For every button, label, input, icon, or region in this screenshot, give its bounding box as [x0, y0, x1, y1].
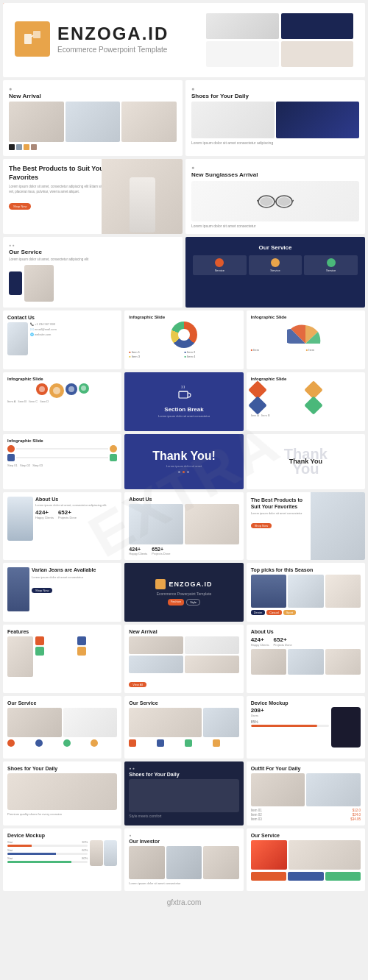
device-2-bars: Stat30% Stat60%: [7, 840, 88, 866]
service-final-img-2: [289, 840, 361, 870]
sf-icon-1: [251, 872, 286, 881]
best-products-2-desc: Lorem ipsum dolor sit amet consectetur: [251, 511, 311, 515]
jeans-text: Varian Jeans are Available Lorem ipsum d…: [32, 567, 117, 617]
shoes-outfit-row: Shoes for Your Daily Premium quality sho…: [3, 761, 365, 825]
about-us-2-title: About Us: [129, 497, 238, 502]
svc-icon-3: [63, 739, 71, 747]
arrival-img-4: [185, 656, 239, 673]
section-break-slide: Section Break Lorem ipsum dolor sit amet…: [124, 372, 243, 431]
our-service-white: ● ● Our Service Lorem ipsum dolor sit am…: [3, 237, 183, 308]
logo-icon: [15, 21, 50, 57]
device-mockup-content: 208+ Users 85%: [251, 707, 361, 748]
bar-3-track: [7, 861, 88, 863]
tag-2: Style: [186, 599, 200, 606]
pick-3: [325, 575, 361, 608]
about-stat-2-val: 652+: [152, 547, 170, 552]
infographic-1-title: Infographic Slide: [129, 315, 238, 319]
svg-rect-0: [24, 34, 32, 44]
stat-2-value: 652+: [58, 509, 77, 516]
device-progress-fill: [251, 725, 317, 727]
infographic-diamonds-title: Infographic Slide: [251, 377, 361, 381]
step-1: [7, 445, 117, 452]
shoes-dark-title: Shoes for Your Daily: [129, 772, 238, 777]
phone-mockup-area: [9, 265, 177, 302]
about-stat-1-val: 424+: [129, 547, 147, 552]
logo-row: ENZOGA.ID Ecommerce Powerpoint Template: [15, 21, 169, 57]
top-picks-slide: Top picks for this Season Denim Casual S…: [247, 563, 365, 622]
about-person-img: [7, 497, 33, 541]
varian-jeans-title: Varian Jeans are Available: [32, 567, 117, 573]
final-row: Device Mockup Stat30% Stat60%: [3, 828, 365, 891]
shoes-desc: Lorem ipsum dolor sit amet consectetur a…: [191, 141, 359, 146]
sunglasses-desc: Lorem ipsum dolor sit amet consectetur: [191, 224, 359, 228]
hero-main-row: The Best Products to Suit Your Favorites…: [3, 159, 365, 234]
device-mockup-2: Device Mockup Stat30% Stat60%: [3, 828, 121, 891]
hero-person-img: [102, 159, 183, 234]
enzoga-logo: ENZOGA.ID: [155, 579, 212, 589]
thankyou-outline-text: Thank You: [289, 458, 322, 465]
our-service-white-title: Our Service: [9, 249, 177, 255]
features-content: [7, 636, 117, 677]
about-us-3-title: About Us: [251, 629, 361, 634]
service-icon-2: Service: [249, 255, 302, 275]
svg-rect-1: [33, 31, 40, 38]
device-stat-1-lbl: Users: [251, 714, 329, 717]
sunglasses-title: New Sunglasses Arrival: [191, 171, 359, 178]
collage-img-4: [281, 41, 354, 67]
arrival-img-2: [185, 636, 239, 654]
arrival-img-3: [129, 656, 183, 673]
bar-1-fill: [7, 845, 32, 847]
features-slide: Features: [3, 625, 121, 693]
our-service-white-desc: Lorem ipsum dolor sit amet, consectetur …: [9, 258, 177, 262]
service-2a-icons: [7, 739, 117, 747]
our-investor-slide: ● Our Investor Lorem ipsum dolor sit ame…: [124, 828, 243, 891]
about3-img-1: [251, 649, 286, 675]
investor-img-1: [129, 846, 164, 879]
brand-icon: [21, 28, 43, 50]
best-products-2-title: The Best Products to Suit Your Favorites: [251, 497, 311, 510]
jeans-row: Varian Jeans are Available Lorem ipsum d…: [3, 563, 365, 622]
features-title: Features: [7, 629, 117, 634]
jeans-btn[interactable]: Shop Now: [32, 588, 52, 593]
hero-best-products: The Best Products to Suit Your Favorites…: [3, 159, 183, 234]
step-2: [7, 454, 117, 461]
about-img-2: [185, 504, 239, 544]
infographic-3-labels: Item A Item B Item C Item D: [7, 400, 117, 403]
enzoga-dark-slide: ENZOGA.ID Ecommerce Powerpoint Template …: [124, 563, 243, 622]
top-picks-title: Top picks for this Season: [251, 567, 361, 572]
bar-1: Stat30%: [7, 840, 88, 847]
infographic-3: Infographic Slide Item A Item B Item C I…: [3, 372, 121, 431]
price-2: Item 02$24.0: [251, 813, 361, 817]
top-picks-images: [251, 575, 361, 608]
stat-2: 652+ Projects Done: [58, 509, 77, 519]
new-arrival-title: New Arrival: [9, 93, 177, 99]
infographic-2-title: Infographic Slide: [251, 315, 361, 319]
stat-1-value: 424+: [35, 509, 54, 516]
enzoga-subtitle: Ecommerce Powerpoint Template: [157, 592, 212, 596]
thankyou-dots: [152, 471, 216, 473]
new-arrival-btn[interactable]: View All: [129, 682, 146, 687]
circle-infographic: [7, 383, 117, 398]
device-mockup-2-title: Device Mockup: [7, 833, 117, 838]
enzoga-logo-icon: [155, 579, 166, 589]
investor-img-2: [166, 846, 202, 879]
slide-num-1: ●: [9, 86, 177, 91]
hero-cta-btn[interactable]: Shop Now: [9, 203, 31, 210]
service-icon-1: Service: [193, 255, 247, 275]
infographic-2-legend: ■ Item ■ Item: [251, 348, 361, 352]
feature-icon-4: [77, 647, 86, 656]
thankyou-dark-slide: Thank You! Lorem ipsum dolor sit amet: [124, 434, 243, 489]
page-wrapper: PPT ENZOGA.ID Ecommerce Powerpoint Templ…: [0, 0, 368, 911]
fan-chart-container: [251, 322, 361, 347]
infographic-steps-title: Infographic Slide: [7, 438, 117, 443]
about-stat-2: 652+ Projects Done: [152, 547, 170, 555]
infographic-2: Infographic Slide ■ Item ■ Item: [247, 310, 365, 369]
about-desc: Lorem ipsum dolor sit amet, consectetur …: [35, 503, 117, 507]
svg-point-8: [260, 197, 273, 206]
service-final-img-1: [251, 840, 287, 870]
features-row: Features New Arrival: [3, 625, 365, 693]
best-products-2-btn[interactable]: Shop Now: [251, 523, 272, 528]
about-us-2-images: [129, 504, 238, 544]
investor-images: [129, 846, 238, 879]
diamond-3: [248, 396, 266, 414]
